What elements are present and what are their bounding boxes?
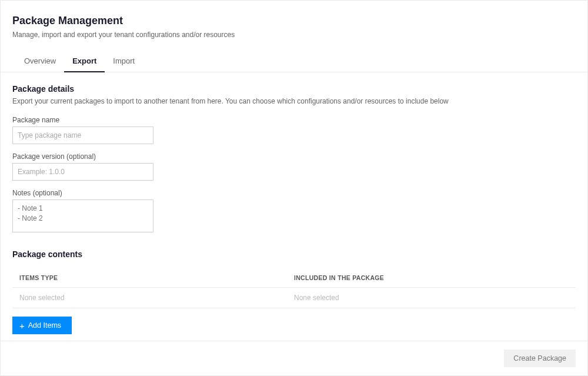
add-items-button[interactable]: + Add Items: [12, 317, 72, 334]
page-header: Package Management Manage, import and ex…: [1, 1, 587, 72]
package-notes-label: Notes (optional): [12, 189, 576, 197]
package-contents-title: Package contents: [12, 249, 576, 259]
card-footer: Create Package: [1, 341, 587, 375]
package-notes-input[interactable]: [12, 199, 153, 232]
contents-table-header: ITEMS TYPE INCLUDED IN THE PACKAGE: [12, 268, 576, 288]
contents-table: ITEMS TYPE INCLUDED IN THE PACKAGE None …: [12, 268, 576, 308]
table-row: None selected None selected: [12, 288, 576, 308]
tabs: Overview Export Import: [1, 51, 587, 72]
package-name-input[interactable]: [12, 127, 153, 144]
column-items-type: ITEMS TYPE: [19, 274, 294, 281]
plus-icon: +: [19, 321, 25, 330]
page-subtitle: Manage, import and export your tenant co…: [12, 31, 576, 39]
add-items-label: Add Items: [28, 321, 61, 330]
package-details-title: Package details: [12, 84, 576, 94]
package-management-card: Package Management Manage, import and ex…: [0, 0, 588, 376]
tab-overview[interactable]: Overview: [16, 51, 64, 72]
tab-import[interactable]: Import: [105, 51, 143, 72]
package-name-label: Package name: [12, 116, 576, 124]
cell-items-type: None selected: [19, 294, 294, 302]
package-version-input[interactable]: [12, 163, 153, 181]
package-details-desc: Export your current packages to import t…: [12, 97, 576, 105]
create-package-button[interactable]: Create Package: [504, 350, 576, 367]
page-title: Package Management: [12, 15, 576, 27]
package-version-label: Package version (optional): [12, 152, 576, 161]
tab-panel-export: Package details Export your current pack…: [1, 72, 587, 334]
cell-included: None selected: [294, 294, 569, 302]
tab-export[interactable]: Export: [64, 51, 105, 72]
column-included: INCLUDED IN THE PACKAGE: [294, 274, 569, 281]
